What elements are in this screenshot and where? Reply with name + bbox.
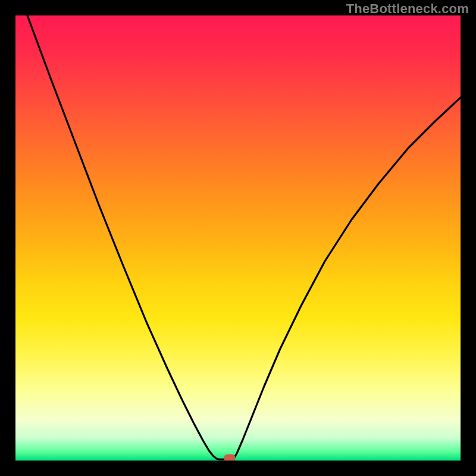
bottleneck-curve xyxy=(15,15,461,461)
curve-path xyxy=(27,15,461,459)
watermark-text: TheBottleneck.com xyxy=(346,1,469,17)
chart-frame: TheBottleneck.com xyxy=(0,0,476,476)
minimum-marker xyxy=(224,455,236,461)
plot-area xyxy=(15,15,461,461)
